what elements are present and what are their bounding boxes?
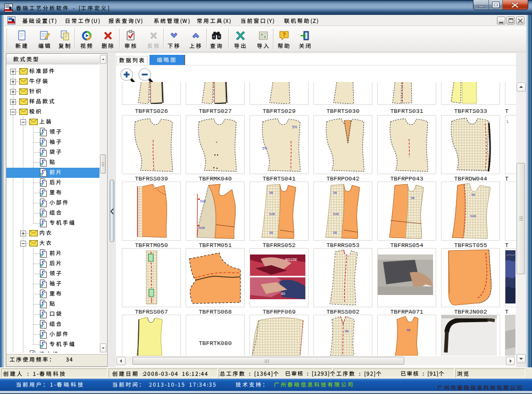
- svg-text:5B: 5B: [269, 231, 273, 234]
- svg-text:5B: 5B: [411, 196, 414, 200]
- svg-text:5B: 5B: [471, 193, 475, 196]
- svg-text:50B: 50B: [470, 215, 476, 218]
- svg-text:1: 1: [506, 120, 509, 124]
- svg-text:5%: 5%: [292, 125, 297, 129]
- svg-text:5B: 5B: [333, 231, 337, 234]
- svg-text:5B: 5B: [345, 330, 348, 333]
- svg-text:50B: 50B: [333, 212, 339, 216]
- svg-text:50B: 50B: [199, 226, 205, 229]
- svg-text:?: ?: [282, 31, 286, 38]
- svg-text:5%: 5%: [262, 146, 268, 150]
- svg-text:5B: 5B: [269, 191, 273, 194]
- svg-text:6015E: 6015E: [285, 257, 297, 262]
- svg-text:40: 40: [281, 292, 285, 296]
- svg-text:5B: 5B: [333, 191, 337, 194]
- svg-text:50B: 50B: [269, 212, 275, 216]
- svg-text:5B: 5B: [406, 329, 410, 332]
- svg-text:50B: 50B: [200, 200, 206, 203]
